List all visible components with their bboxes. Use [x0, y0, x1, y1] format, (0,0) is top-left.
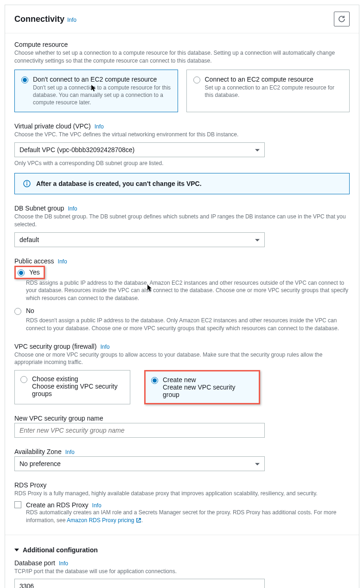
port-section: Database port Info TCP/IP port that the … [14, 559, 350, 588]
tile-title: Don't connect to an EC2 compute resource [33, 76, 171, 83]
radio-icon [18, 269, 25, 276]
sg-label: VPC security group (firewall) Info [14, 343, 350, 350]
proxy-pricing-link[interactable]: Amazon RDS Proxy pricing [67, 517, 141, 524]
additional-config-toggle[interactable]: Additional configuration [14, 540, 350, 554]
additional-label: Additional configuration [23, 546, 98, 554]
vpc-label: Virtual private cloud (VPC) Info [14, 122, 350, 130]
az-select[interactable]: No preference [14, 456, 265, 471]
label-text: Public access [14, 257, 54, 265]
compute-option-dont-connect[interactable]: Don't connect to an EC2 compute resource… [14, 70, 178, 113]
compute-option-connect[interactable]: Connect to an EC2 compute resource Set u… [186, 70, 350, 113]
tile-title: Create new [163, 376, 253, 383]
az-label: Availability Zone Info [14, 448, 350, 455]
sg-create-new[interactable]: Create new Create new VPC security group [146, 371, 259, 403]
info-icon [23, 180, 31, 187]
info-link[interactable]: Info [59, 560, 68, 567]
tile-desc: Create new VPC security group [163, 383, 253, 398]
security-group-section: VPC security group (firewall) Info Choos… [14, 343, 350, 405]
sg-choose-existing[interactable]: Choose existing Choose existing VPC secu… [14, 370, 130, 404]
radio-icon [193, 77, 200, 83]
link-text: Amazon RDS Proxy pricing [67, 517, 134, 524]
label-text: DB Subnet group [14, 205, 64, 212]
info-link[interactable]: Info [65, 449, 75, 455]
sg-name-section: New VPC security group name [14, 415, 350, 438]
subnet-select[interactable]: default [14, 232, 265, 247]
radio-icon [20, 376, 27, 383]
no-desc: RDS doesn't assign a public IP address t… [26, 317, 350, 332]
divider [5, 535, 359, 535]
vpc-select[interactable]: Default VPC (vpc-0bbb32092428708ce) [14, 142, 265, 157]
radio-label: No [26, 307, 34, 314]
public-access-section: Public access Info Yes RDS assigns a pub… [14, 257, 350, 332]
yes-desc: RDS assigns a public IP address to the d… [26, 279, 350, 302]
label-text: Availability Zone [14, 448, 62, 455]
connectivity-panel: Connectivity Info Compute resource Choos… [5, 5, 359, 588]
highlight-yes: Yes [14, 266, 45, 279]
title-text: Connectivity [14, 14, 64, 24]
label-text: Database port [14, 559, 55, 567]
vpc-note: Only VPCs with a corresponding DB subnet… [14, 160, 350, 166]
subnet-helper: Choose the DB subnet group. The DB subne… [14, 213, 350, 229]
info-link[interactable]: Info [67, 17, 77, 23]
subnet-label: DB Subnet group Info [14, 205, 350, 212]
sg-name-input[interactable] [14, 423, 265, 438]
panel-header: Connectivity Info [5, 5, 359, 33]
external-link-icon [136, 518, 141, 523]
port-input[interactable] [14, 579, 265, 588]
proxy-helper: RDS Proxy is a fully managed, highly ava… [14, 490, 350, 498]
public-label: Public access Info [14, 257, 350, 265]
select-value: Default VPC (vpc-0bbb32092428708ce) [19, 146, 134, 153]
public-access-no[interactable]: No [14, 307, 350, 315]
az-section: Availability Zone Info No preference [14, 448, 350, 471]
compute-label: Compute resource [14, 41, 350, 48]
checkbox-icon[interactable] [14, 501, 21, 508]
label-text: Virtual private cloud (VPC) [14, 122, 91, 130]
public-access-yes[interactable]: Yes [16, 267, 44, 278]
vpc-helper: Choose the VPC. The VPC defines the virt… [14, 131, 350, 139]
svg-point-2 [27, 182, 27, 182]
info-link[interactable]: Info [95, 123, 104, 130]
desc-suffix: . [141, 517, 143, 524]
compute-helper: Choose whether to set up a connection to… [14, 49, 350, 65]
desc-text: RDS assigns a public IP address to the d… [26, 280, 348, 302]
port-label: Database port Info [14, 559, 350, 567]
radio-icon [14, 308, 21, 315]
panel-title: Connectivity Info [14, 14, 77, 24]
sg-name-label: New VPC security group name [14, 415, 350, 422]
proxy-checkbox-row[interactable]: Create an RDS Proxy Info [14, 501, 350, 509]
proxy-label: RDS Proxy [14, 481, 350, 489]
tile-desc: Don't set up a connection to a compute r… [33, 84, 171, 107]
proxy-desc: RDS automatically creates an IAM role an… [26, 509, 350, 524]
vpc-alert: After a database is created, you can't c… [14, 173, 350, 194]
checkbox-label-text: Create an RDS Proxy [26, 501, 89, 509]
highlight-create-new: Create new Create new VPC security group [144, 370, 260, 404]
info-link[interactable]: Info [68, 205, 77, 212]
radio-label: Yes [29, 268, 40, 276]
select-value: default [19, 236, 39, 243]
radio-icon [21, 77, 28, 83]
tile-title: Choose existing [32, 375, 124, 383]
proxy-section: RDS Proxy RDS Proxy is a fully managed, … [14, 481, 350, 524]
chevron-down-icon [14, 549, 19, 551]
subnet-section: DB Subnet group Info Choose the DB subne… [14, 205, 350, 247]
info-link[interactable]: Info [100, 344, 109, 350]
refresh-button[interactable] [334, 12, 350, 26]
refresh-icon [338, 15, 345, 23]
alert-text: After a database is created, you can't c… [36, 180, 202, 187]
radio-icon [151, 377, 158, 384]
compute-resource-section: Compute resource Choose whether to set u… [14, 41, 350, 112]
select-value: No preference [19, 460, 61, 467]
label-text: VPC security group (firewall) [14, 343, 96, 350]
vpc-section: Virtual private cloud (VPC) Info Choose … [14, 122, 350, 194]
info-link[interactable]: Info [92, 502, 102, 509]
sg-helper: Choose one or more VPC security groups t… [14, 351, 350, 367]
tile-title: Connect to an EC2 compute resource [205, 76, 343, 83]
info-link[interactable]: Info [58, 258, 67, 265]
tile-desc: Choose existing VPC security groups [32, 383, 124, 397]
tile-desc: Set up a connection to an EC2 compute re… [205, 84, 343, 99]
port-helper: TCP/IP port that the database will use f… [14, 568, 350, 575]
